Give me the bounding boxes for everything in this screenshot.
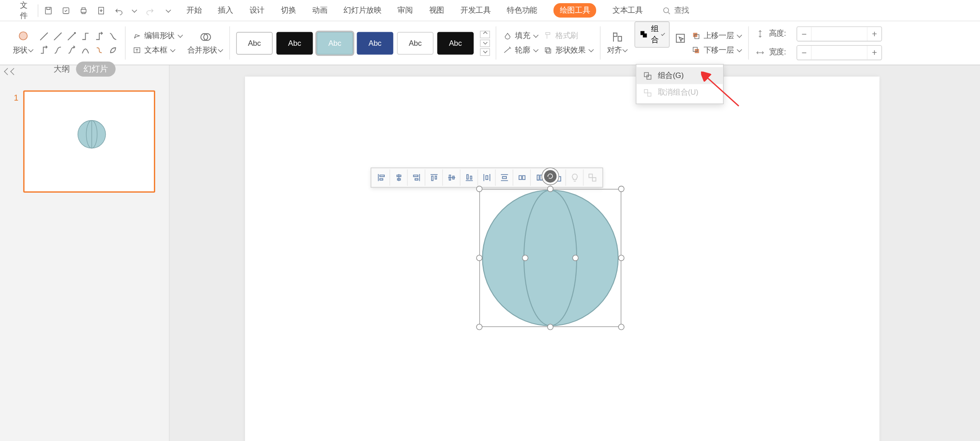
bring-forward-button[interactable]: 上移一层 (691, 30, 743, 41)
align-right[interactable] (408, 170, 426, 186)
svg-rect-1 (63, 7, 69, 13)
ribbon-tabs: 开始 插入 设计 切换 动画 幻灯片放映 审阅 视图 开发工具 特色功能 绘图工… (186, 3, 642, 18)
undo-dropdown[interactable] (132, 7, 137, 13)
bring-forward-icon (691, 31, 701, 41)
height-decrease[interactable]: − (797, 27, 811, 40)
group-edit: 编辑形状 文本框 合并形状 (126, 21, 230, 65)
handle-inner-e[interactable] (572, 255, 578, 261)
slide-canvas[interactable] (245, 77, 879, 441)
tab-slideshow[interactable]: 幻灯片放映 (343, 5, 381, 16)
svg-rect-19 (644, 72, 648, 76)
tab-review[interactable]: 审阅 (397, 5, 412, 16)
combine-shapes-button[interactable]: 合并形状 (187, 30, 224, 56)
redo-icon[interactable] (145, 5, 155, 15)
tab-slides[interactable]: 幻灯片 (76, 62, 116, 77)
height-input[interactable] (811, 27, 868, 40)
height-label: 高度: (769, 28, 793, 39)
align-bottom[interactable] (461, 170, 478, 186)
style-scroll[interactable] (480, 30, 490, 55)
group-icon (639, 29, 648, 39)
handle-n[interactable] (547, 186, 554, 192)
style-preset-2[interactable]: Abc (317, 32, 353, 54)
line-shapes-grid[interactable] (38, 30, 119, 56)
svg-rect-17 (695, 49, 699, 53)
file-menu[interactable]: 文件 (5, 0, 33, 21)
svg-rect-29 (589, 174, 593, 178)
group-size: 高度: − + 宽度: − + (749, 21, 888, 65)
tab-text-tools[interactable]: 文本工具 (612, 5, 642, 16)
tab-design[interactable]: 设计 (250, 5, 265, 16)
menu-more-caret[interactable] (166, 7, 171, 13)
rotate-handle[interactable] (544, 170, 557, 183)
width-label: 宽度: (769, 47, 793, 58)
width-decrease[interactable]: − (797, 45, 811, 59)
svg-rect-11 (547, 49, 551, 53)
tab-drawing-tools[interactable]: 绘图工具 (554, 3, 596, 18)
print-icon[interactable] (78, 5, 88, 15)
align-left[interactable] (372, 170, 390, 186)
handle-ne[interactable] (618, 186, 624, 192)
tab-insert[interactable]: 插入 (218, 5, 233, 16)
thumbnail-list: 1 (0, 84, 169, 199)
group-arrange: 对齐 组合 . 上移一层 下移一层 (601, 21, 749, 65)
textbox-icon (132, 45, 142, 55)
shape-selection[interactable] (479, 189, 621, 327)
align-center-h[interactable] (390, 170, 408, 186)
fill-button[interactable]: 填充 (503, 30, 539, 41)
align-top[interactable] (425, 170, 443, 186)
style-preset-0[interactable]: Abc (236, 32, 273, 54)
style-preset-1[interactable]: Abc (276, 32, 313, 54)
annotation-arrow (701, 72, 745, 111)
undo-icon[interactable] (114, 5, 124, 15)
selection-pane-button[interactable]: . (673, 31, 687, 55)
handle-s[interactable] (547, 324, 554, 330)
floating-align-toolbar (371, 168, 603, 188)
send-backward-button[interactable]: 下移一层 (691, 45, 743, 56)
tab-devtools[interactable]: 开发工具 (461, 5, 490, 16)
svg-line-23 (706, 77, 739, 106)
tab-animation[interactable]: 动画 (312, 5, 327, 16)
search-box[interactable]: 查找 (662, 5, 689, 16)
export-icon[interactable] (96, 5, 106, 15)
width-increase[interactable]: + (867, 45, 881, 59)
handle-sw[interactable] (476, 324, 483, 330)
handle-w[interactable] (476, 255, 483, 261)
equal-width[interactable] (513, 170, 531, 186)
tab-view[interactable]: 视图 (429, 5, 444, 16)
height-increase[interactable]: + (867, 27, 881, 40)
svg-rect-2 (81, 9, 86, 12)
ribbon: 形状 编辑形状 文本框 (0, 21, 980, 65)
canvas-area (170, 65, 980, 441)
align-button[interactable]: 对齐 (607, 30, 628, 56)
distribute-v[interactable] (495, 170, 513, 186)
style-preset-4[interactable]: Abc (397, 32, 433, 54)
svg-rect-0 (45, 7, 51, 14)
height-stepper[interactable]: − + (797, 26, 882, 41)
fill-icon (503, 31, 513, 41)
handle-e[interactable] (618, 255, 624, 261)
style-preset-5[interactable]: Abc (437, 32, 474, 54)
textbox-button[interactable]: 文本框 (132, 45, 184, 56)
align-middle-v[interactable] (443, 170, 461, 186)
tab-transition[interactable]: 切换 (281, 5, 296, 16)
handle-se[interactable] (618, 324, 624, 330)
shapes-gallery-button[interactable]: 形状 (13, 30, 34, 56)
tab-features[interactable]: 特色功能 (507, 5, 537, 16)
width-input[interactable] (811, 45, 868, 59)
tab-home[interactable]: 开始 (186, 5, 201, 16)
handle-inner-w[interactable] (522, 255, 529, 261)
svg-rect-15 (693, 33, 697, 37)
distribute-h[interactable] (478, 170, 496, 186)
save-icon[interactable] (44, 5, 54, 15)
style-preset-3[interactable]: Abc (357, 32, 393, 54)
style-gallery[interactable]: AbcAbcAbcAbcAbcAbc (236, 32, 474, 54)
handle-nw[interactable] (476, 186, 483, 192)
print-preview-icon[interactable] (61, 5, 71, 15)
outline-button[interactable]: 轮廓 (503, 45, 539, 56)
slide-thumbnail[interactable] (24, 90, 155, 193)
shape-effect-button[interactable]: 形状效果 (543, 45, 594, 56)
tab-outline[interactable]: 大纲 (54, 63, 70, 75)
group-menu-button[interactable]: 组合 (634, 21, 670, 47)
width-stepper[interactable]: − + (797, 45, 882, 60)
edit-shape-button[interactable]: 编辑形状 (132, 30, 184, 41)
